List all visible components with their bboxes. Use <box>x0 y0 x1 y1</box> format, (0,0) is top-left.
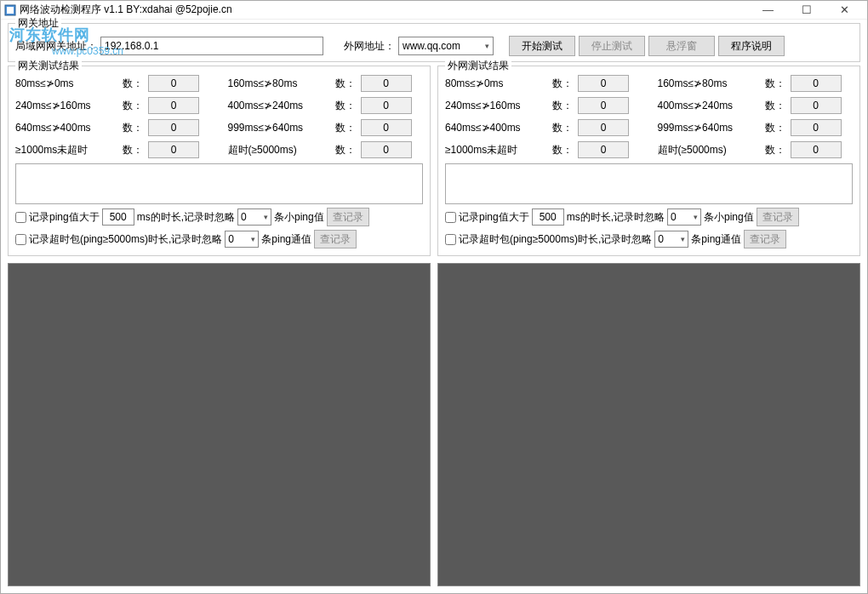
metric-label: 999ms≤≯640ms <box>228 122 330 134</box>
svg-rect-1 <box>7 7 14 14</box>
metric-value: 0 <box>578 119 629 136</box>
metric-value: 0 <box>791 75 842 92</box>
wan-log-box <box>445 163 853 204</box>
gateway-log-box <box>15 163 423 204</box>
gateway-results-group: 网关测试结果 80ms≤≯0ms数：0 160ms≤≯80ms数：0 240ms… <box>8 66 431 256</box>
metric-value: 0 <box>361 141 412 158</box>
metric-value: 0 <box>148 141 199 158</box>
metric-value: 0 <box>578 141 629 158</box>
chevron-down-icon: ▾ <box>485 42 489 50</box>
gateway-ignore-small-combo[interactable]: 0▾ <box>237 208 271 226</box>
gateway-record-timeout-checkbox[interactable] <box>15 234 26 245</box>
wan-record-ping-checkbox[interactable] <box>445 212 456 223</box>
chevron-down-icon: ▾ <box>264 213 268 221</box>
wan-chart-canvas <box>437 263 860 586</box>
metric-value: 0 <box>148 75 199 92</box>
gateway-record-ping-checkbox[interactable] <box>15 212 26 223</box>
stop-test-button[interactable]: 停止测试 <box>579 36 645 56</box>
chevron-down-icon: ▾ <box>681 235 685 243</box>
metric-label: 640ms≤≯400ms <box>15 122 117 134</box>
metric-label: 999ms≤≯640ms <box>658 122 760 134</box>
metric-label: 640ms≤≯400ms <box>445 122 547 134</box>
window-title: 网络波动检测程序 v1.1 BY:xdahai @52pojie.cn <box>20 3 749 17</box>
minimize-button[interactable]: — <box>749 1 787 20</box>
wan-results-group: 外网测试结果 80ms≤≯0ms数：0 160ms≤≯80ms数：0 240ms… <box>437 66 860 256</box>
chevron-down-icon: ▾ <box>694 213 698 221</box>
wan-address-combo[interactable]: www.qq.com▾ <box>398 37 494 55</box>
metric-label: ≥1000ms未超时 <box>15 143 117 157</box>
metric-value: 0 <box>148 97 199 114</box>
wan-view-ping-log-button[interactable]: 查记录 <box>757 208 799 226</box>
wan-ignore-small-combo[interactable]: 0▾ <box>667 208 701 226</box>
gateway-address-group: 网关地址 局域网网关地址： 外网地址： www.qq.com▾ 开始测试 停止测… <box>8 23 860 62</box>
metric-label: 400ms≤≯240ms <box>228 100 330 111</box>
metric-label: 160ms≤≯80ms <box>658 77 760 89</box>
metric-value: 0 <box>361 97 412 114</box>
metric-label: 80ms≤≯0ms <box>15 77 117 89</box>
metric-label: ≥1000ms未超时 <box>445 143 547 157</box>
float-window-button[interactable]: 悬浮窗 <box>648 36 715 56</box>
metric-value: 0 <box>361 75 412 92</box>
gateway-view-ping-log-button[interactable]: 查记录 <box>327 208 369 226</box>
metric-label: 240ms≤≯160ms <box>15 100 117 111</box>
wan-ping-threshold-input[interactable] <box>532 208 564 226</box>
gateway-results-title: 网关测试结果 <box>15 59 82 73</box>
lan-gateway-label: 局域网网关地址： <box>15 39 97 54</box>
metric-value: 0 <box>361 119 412 136</box>
chevron-down-icon: ▾ <box>251 235 255 243</box>
maximize-button[interactable]: ☐ <box>787 1 825 20</box>
titlebar: 网络波动检测程序 v1.1 BY:xdahai @52pojie.cn — ☐ … <box>1 1 867 20</box>
close-button[interactable]: ✕ <box>825 1 864 20</box>
wan-address-label: 外网地址： <box>344 39 395 54</box>
metric-label: 80ms≤≯0ms <box>445 77 547 89</box>
metric-label: 400ms≤≯240ms <box>658 100 760 111</box>
gateway-ping-threshold-input[interactable] <box>102 208 134 226</box>
help-button[interactable]: 程序说明 <box>718 36 785 56</box>
wan-record-timeout-checkbox[interactable] <box>445 234 456 245</box>
metric-value: 0 <box>148 119 199 136</box>
metric-value: 0 <box>791 141 842 158</box>
wan-view-timeout-log-button[interactable]: 查记录 <box>744 230 786 248</box>
metric-label: 超时(≥5000ms) <box>658 143 760 157</box>
wan-ignore-timeout-combo[interactable]: 0▾ <box>654 231 688 248</box>
gateway-group-title: 网关地址 <box>15 16 61 31</box>
gateway-view-timeout-log-button[interactable]: 查记录 <box>314 230 357 248</box>
app-icon <box>4 4 16 16</box>
metric-label: 240ms≤≯160ms <box>445 100 547 111</box>
start-test-button[interactable]: 开始测试 <box>509 36 575 56</box>
gateway-chart-canvas <box>8 263 431 586</box>
lan-gateway-input[interactable] <box>100 37 323 55</box>
metric-label: 160ms≤≯80ms <box>228 77 330 89</box>
metric-value: 0 <box>578 97 629 114</box>
metric-value: 0 <box>791 119 842 136</box>
metric-value: 0 <box>578 75 629 92</box>
metric-value: 0 <box>791 97 842 114</box>
gateway-ignore-timeout-combo[interactable]: 0▾ <box>225 231 259 248</box>
metric-label: 超时(≥5000ms) <box>228 143 330 157</box>
wan-results-title: 外网测试结果 <box>445 59 511 73</box>
